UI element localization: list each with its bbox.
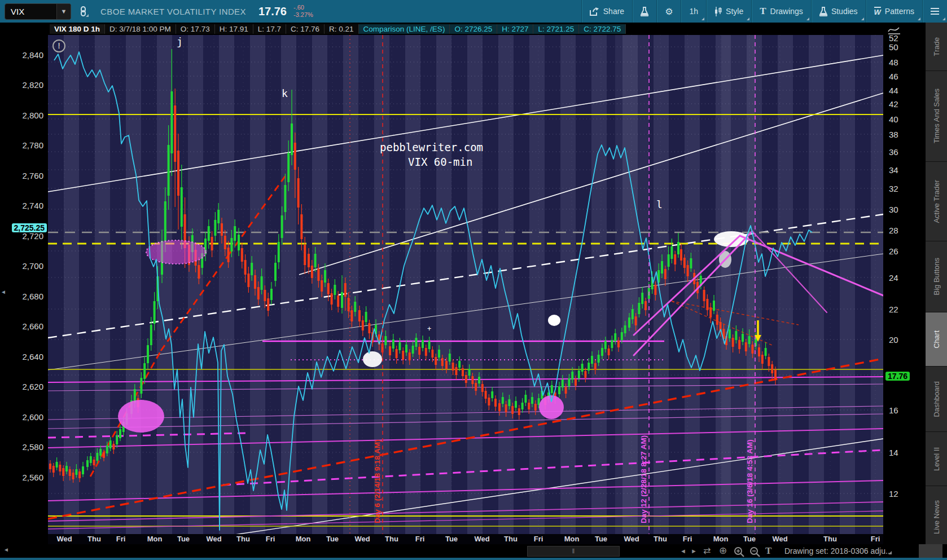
price-axis-label: 2,760	[22, 171, 43, 180]
zoom-in-icon[interactable]	[734, 546, 744, 557]
zoom-out-icon[interactable]	[749, 546, 760, 557]
drawing-set-dropdown-corner	[888, 551, 892, 554]
price-axis-label: 26	[889, 246, 898, 256]
gear-icon: ⚙	[665, 6, 673, 17]
time-axis-label: Fri	[116, 535, 126, 543]
sidebar-tab-level-ii[interactable]: Level II	[926, 432, 947, 486]
time-axis-label: Mon	[713, 535, 729, 543]
sidebar-tab-label: Level II	[932, 447, 941, 471]
price-axis-label: 38	[889, 130, 898, 139]
time-axis-label: Wed	[354, 535, 370, 543]
step-left-icon[interactable]: ◄	[680, 548, 686, 554]
ohlc-segment: L: 2721.25	[533, 24, 579, 34]
change-percent: -3.27%	[293, 11, 313, 19]
sidebar-tab-label: Big Buttons	[932, 258, 941, 296]
crosshair-icon[interactable]: ⊕	[719, 545, 727, 557]
pan-arrows-icon[interactable]: ⇄	[703, 545, 711, 556]
time-axis-label: Tue	[743, 535, 756, 543]
time-axis-label: Thu	[654, 535, 667, 543]
sidebar-tab-times-and-sales[interactable]: Times And Sales	[926, 71, 947, 162]
sidebar-tab-label: Live News	[932, 500, 941, 534]
studies-button[interactable]: Studies	[811, 0, 866, 23]
style-button[interactable]: Style	[706, 0, 751, 23]
price-axis-label: 16	[889, 405, 898, 415]
settings-button[interactable]: ⚙	[656, 0, 681, 23]
time-axis-label: Tue	[445, 535, 458, 543]
drawing-set-label[interactable]: Drawing set: 2018-0306 adju...	[784, 546, 892, 555]
time-axis-label: Fri	[266, 535, 275, 543]
flask-icon	[819, 7, 827, 16]
price-axis-label: 22	[889, 305, 898, 314]
share-label: Share	[603, 7, 624, 16]
ohlc-segment: VIX 180 D 1h	[50, 24, 105, 34]
info-icon[interactable]: !	[52, 39, 65, 52]
price-axis-label: 52	[889, 33, 898, 43]
sidebar-tab-live-news[interactable]: Live News	[926, 486, 947, 549]
style-label: Style	[726, 7, 743, 16]
ohlc-segment: R: 0.21	[325, 24, 359, 34]
time-axis-label: Thu	[504, 535, 518, 543]
time-axis-label: Wed	[206, 535, 221, 543]
collapse-left-panel-icon[interactable]: ◄	[1, 289, 6, 295]
patterns-W-icon: W	[874, 7, 881, 16]
text-tool-icon[interactable]: T	[765, 545, 771, 557]
drawings-T-icon: T	[760, 6, 766, 17]
price-axis-label: 30	[889, 205, 898, 214]
sidebar-tab-big-buttons[interactable]: Big Buttons	[926, 241, 947, 312]
price-axis-label: 2,820	[22, 80, 43, 90]
patterns-label: Patterns	[885, 7, 914, 16]
time-axis-label: Thu	[236, 535, 250, 543]
chart-canvas: Day 6 (2/14/18 9:18 AM)Day 12 (2/28/18 8…	[48, 35, 883, 534]
onDemand-button[interactable]	[632, 0, 656, 23]
scroll-left-edge-icon[interactable]: ◄	[3, 546, 9, 553]
price-axis-label: 20	[889, 335, 898, 345]
time-axis-label: Wed	[56, 535, 72, 543]
time-axis-label: Fri	[415, 535, 425, 543]
dropdown-corner	[702, 17, 704, 20]
interval-button[interactable]: 1h	[681, 0, 706, 23]
share-button[interactable]: Share	[581, 0, 632, 23]
price-marker-bubble: 2,725.25	[12, 223, 47, 232]
instrument-title: CBOE MARKET VOLATILITY INDEX	[100, 7, 246, 16]
price-axis-label: 50	[889, 42, 898, 52]
chart-scrollbar[interactable]: ⦀	[527, 546, 620, 557]
event-day-label: Day 6 (2/14/18 9:18 AM)	[373, 439, 382, 523]
resize-grip[interactable]	[919, 544, 942, 558]
link-symbol-button[interactable]	[76, 3, 90, 19]
chart-menu-button[interactable]	[922, 0, 947, 23]
sidebar-tab-trade[interactable]: Trade	[926, 23, 947, 71]
time-axis-label: Fri	[871, 535, 880, 543]
price-axis-label: 28	[889, 226, 898, 235]
ohlc-segment: C: 2722.75	[579, 24, 626, 34]
sidebar-tab-dashboard[interactable]: Dashboard	[926, 367, 947, 432]
trading-platform-window: VIX ▼ CBOE MARKET VOLATILITY INDEX 17.76…	[0, 0, 947, 560]
time-axis-label: Wed	[624, 535, 639, 543]
step-right-icon[interactable]: ►	[691, 548, 697, 554]
price-axis-label: 32	[889, 184, 898, 193]
studies-label: Studies	[831, 7, 858, 16]
chart-plot-area[interactable]: Day 6 (2/14/18 9:18 AM)Day 12 (2/28/18 8…	[48, 35, 883, 534]
right-sidebar-tabs: TradeTimes And SalesActive TraderBig But…	[926, 23, 947, 544]
symbol-input[interactable]: VIX ▼	[5, 3, 71, 20]
price-axis-label: 2,620	[22, 382, 43, 391]
event-day-label: Day 12 (2/28/18 8:27 AM)	[639, 435, 648, 523]
chart-annotation-letter: +	[427, 325, 431, 333]
drawings-label: Drawings	[770, 7, 803, 16]
time-axis-label: Thu	[823, 535, 837, 543]
symbol-value[interactable]: VIX	[5, 7, 56, 16]
sidebar-tab-active-trader[interactable]: Active Trader	[926, 162, 947, 241]
left-price-axis[interactable]: 2,8402,8202,8002,7802,7602,7402,7202,700…	[0, 23, 48, 544]
right-price-axis[interactable]: 5048464442403836343230282624222016141252…	[883, 23, 926, 544]
time-axis-label: Tue	[326, 535, 339, 543]
time-axis[interactable]: WedThuFriMonTueWedThuFriMonTueWedThuFriT…	[48, 534, 883, 544]
patterns-button[interactable]: W Patterns	[866, 0, 922, 23]
chart-annotation-letter: l	[656, 199, 663, 210]
price-axis-label: 44	[889, 86, 898, 95]
price-change: -.60 -3.27%	[293, 4, 313, 19]
drawings-button[interactable]: T Drawings	[751, 0, 811, 23]
change-value: -.60	[293, 4, 313, 11]
symbol-dropdown-button[interactable]: ▼	[56, 4, 71, 19]
sidebar-tab-chart[interactable]: Chart	[926, 312, 947, 367]
dropdown-corner	[861, 17, 864, 20]
dropdown-corner	[918, 17, 920, 20]
